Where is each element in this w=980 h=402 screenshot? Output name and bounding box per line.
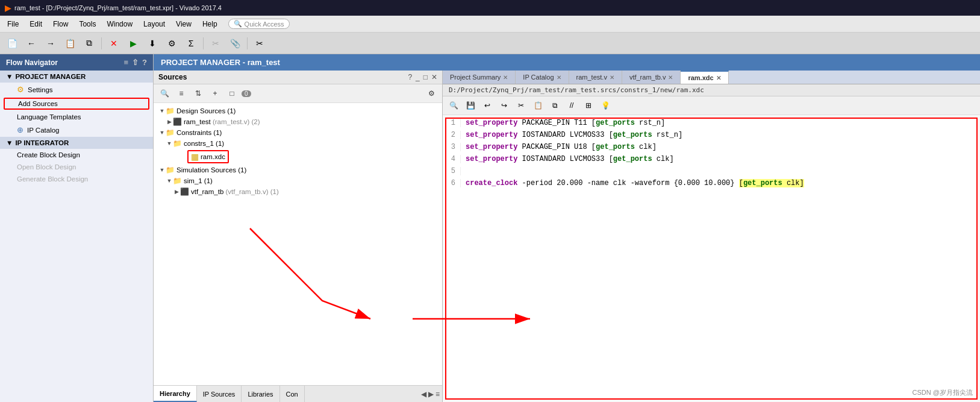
tree-ram-xdc[interactable]: ▦ ram.xdc [154, 149, 442, 165]
nav-item-ip-catalog[interactable]: ⊕ IP Catalog [0, 123, 153, 137]
sources-filter-btn[interactable]: □ [225, 86, 239, 101]
nav-icon-up[interactable]: ⇧ [132, 58, 139, 67]
app-icon: ▶ [5, 4, 11, 13]
tree-design-sources[interactable]: ▼ 📁 Design Sources (1) [154, 105, 442, 116]
sources-question-btn[interactable]: ? [408, 73, 412, 81]
ed-redo-btn[interactable]: ↪ [497, 98, 511, 113]
tab-project-summary[interactable]: Project Summary ✕ [443, 71, 516, 84]
ed-cut-btn[interactable]: ✂ [514, 98, 528, 113]
back-btn[interactable]: ← [23, 35, 40, 52]
sources-minimize-btn[interactable]: _ [416, 73, 420, 81]
sources-restore-btn[interactable]: □ [423, 73, 428, 81]
reports-btn[interactable]: Σ [183, 35, 199, 52]
attach-btn[interactable]: 📎 [226, 35, 243, 52]
toolbar-sep-2 [203, 37, 204, 49]
menu-layout[interactable]: Layout [139, 19, 170, 30]
ed-undo-btn[interactable]: ↩ [480, 98, 495, 113]
line-num-4: 4 [446, 155, 461, 163]
verilog-icon-vtf: ⬛ [180, 187, 189, 196]
nav-section-project-manager[interactable]: ▼ PROJECT MANAGER [0, 71, 153, 83]
new-btn[interactable]: 📄 [4, 35, 20, 52]
tab-vtf-ram-tb-v[interactable]: vtf_ram_tb.v ✕ [622, 71, 681, 84]
tree-sim1[interactable]: ▼ 📁 sim_1 (1) [154, 175, 442, 186]
code-editor[interactable]: 1 set_property PACKAGE_PIN T11 [get_port… [445, 118, 978, 400]
tree-label-ram: ram_test (ram_test.v) (2) [184, 118, 440, 125]
tree-label-constrs1: constrs_1 (1) [184, 140, 440, 147]
sources-settings-btn[interactable]: ⚙ [424, 86, 439, 101]
nav-item-create-block-design[interactable]: Create Block Design [0, 149, 153, 161]
nav-ip-catalog-label: IP Catalog [27, 127, 60, 134]
ram-xdc-highlight-box: ▦ ram.xdc [187, 150, 229, 163]
tab-con[interactable]: Con [280, 386, 305, 402]
sources-search-btn[interactable]: 🔍 [157, 86, 172, 101]
tab-ram-test-v-close[interactable]: ✕ [610, 74, 614, 81]
program-btn[interactable]: ⬇ [144, 35, 161, 52]
settings-btn[interactable]: ⚙ [163, 35, 180, 52]
tree-simulation-sources[interactable]: ▼ 📁 Simulation Sources (1) [154, 165, 442, 175]
cut-btn[interactable]: ✂ [207, 35, 224, 52]
ed-search-btn[interactable]: 🔍 [446, 98, 461, 113]
nav-item-language-templates[interactable]: Language Templates [0, 111, 153, 123]
tree-constrs1[interactable]: ▼ 📁 constrs_1 (1) [154, 138, 442, 149]
tree-vtf-ram-tb[interactable]: ▶ ⬛ vtf_ram_tb (vtf_ram_tb.v) (1) [154, 186, 442, 197]
tab-nav-menu[interactable]: ≡ [435, 390, 440, 398]
nav-create-block-label: Create Block Design [17, 151, 80, 159]
main-layout: Flow Navigator ≡ ⇧ ? ▼ PROJECT MANAGER ⚙… [0, 54, 980, 402]
nav-item-settings[interactable]: ⚙ Settings [0, 83, 153, 96]
quick-access-search[interactable]: 🔍 Quick Access [228, 19, 290, 29]
nav-section-ip-integrator[interactable]: ▼ IP INTEGRATOR [0, 137, 153, 149]
forward-btn[interactable]: → [42, 35, 59, 52]
folder-icon-constrs1: 📁 [173, 139, 182, 148]
tree-ram-test[interactable]: ▶ ⬛ ram_test (ram_test.v) (2) [154, 116, 442, 127]
code-line-4: 4 set_property IOSTANDARD LVCMOS33 [get_… [446, 155, 976, 167]
stop-btn[interactable]: ✕ [105, 35, 122, 52]
ed-light-btn[interactable]: 💡 [598, 98, 613, 113]
main-toolbar: 📄 ← → 📋 ⧉ ✕ ▶ ⬇ ⚙ Σ ✂ 📎 ✂ [0, 33, 980, 54]
open-btn[interactable]: 📋 [61, 35, 78, 52]
tab-ip-sources[interactable]: IP Sources [197, 386, 242, 402]
ed-save-btn[interactable]: 💾 [463, 98, 478, 113]
tree-constraints[interactable]: ▼ 📁 Constraints (1) [154, 127, 442, 138]
tab-libraries[interactable]: Libraries [242, 386, 279, 402]
nav-add-sources-label: Add Sources [18, 100, 58, 107]
line-code-3: set_property PACKAGE_PIN U18 [get_ports … [461, 143, 657, 151]
tab-ip-catalog-close[interactable]: ✕ [557, 74, 561, 81]
sources-add-btn[interactable]: + [208, 86, 222, 101]
nav-icon-help[interactable]: ? [142, 58, 147, 67]
tab-ram-xdc-close[interactable]: ✕ [716, 75, 721, 81]
menu-window[interactable]: Window [102, 19, 137, 30]
nav-item-open-block-design: Open Block Design [0, 161, 153, 173]
code-line-2: 2 set_property IOSTANDARD LVCMOS33 [get_… [446, 131, 976, 143]
tab-ram-xdc-label: ram.xdc [688, 74, 713, 81]
ed-copy-btn[interactable]: 📋 [531, 98, 545, 113]
sources-sort-btn[interactable]: ⇅ [191, 86, 205, 101]
menu-flow[interactable]: Flow [48, 19, 73, 30]
folder-icon-sim: 📁 [166, 166, 175, 174]
menu-tools[interactable]: Tools [74, 19, 101, 30]
menu-edit[interactable]: Edit [25, 19, 47, 30]
extra-btn[interactable]: ✂ [251, 35, 268, 52]
copy-btn[interactable]: ⧉ [81, 35, 98, 52]
menu-file[interactable]: File [2, 19, 23, 30]
menu-view[interactable]: View [171, 19, 196, 30]
ed-table-btn[interactable]: ⊞ [581, 98, 596, 113]
line-code-4: set_property IOSTANDARD LVCMOS33 [get_po… [461, 155, 674, 163]
sources-close-btn[interactable]: ✕ [431, 73, 437, 81]
tab-nav-left[interactable]: ◀ [421, 390, 426, 398]
tab-vtf-ram-tb-v-close[interactable]: ✕ [668, 74, 673, 81]
ed-comment-btn[interactable]: // [564, 98, 579, 113]
run-btn[interactable]: ▶ [125, 35, 142, 52]
nav-item-add-sources[interactable]: Add Sources [4, 98, 149, 110]
ed-paste-btn[interactable]: ⧉ [548, 98, 562, 113]
line-code-2: set_property IOSTANDARD LVCMOS33 [get_po… [461, 131, 682, 139]
nav-icon-list[interactable]: ≡ [123, 58, 128, 67]
menu-help[interactable]: Help [198, 19, 222, 30]
tab-hierarchy[interactable]: Hierarchy [154, 386, 197, 402]
tab-ram-test-v[interactable]: ram_test.v ✕ [569, 71, 622, 84]
tab-ip-catalog[interactable]: IP Catalog ✕ [516, 71, 569, 84]
tab-nav-right[interactable]: ▶ [428, 390, 434, 398]
sources-list-btn[interactable]: ≡ [174, 86, 189, 101]
tab-ram-xdc[interactable]: ram.xdc ✕ [681, 71, 728, 84]
tab-project-summary-close[interactable]: ✕ [503, 74, 508, 81]
sources-panel-header: Sources ? _ □ ✕ [154, 71, 442, 84]
